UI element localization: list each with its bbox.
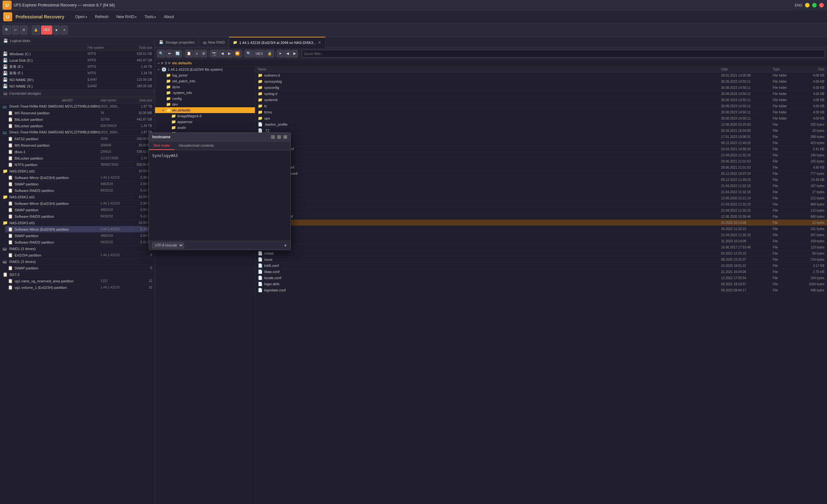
file-row[interactable]: 📁tc30.08.2023 14:50:11File folder4.00 KB <box>255 103 827 109</box>
ft-list[interactable]: ≡ <box>194 50 200 57</box>
file-row[interactable]: 📄crontab21.04.2022 11:32:15File146 bytes <box>255 152 827 158</box>
close-tool-button[interactable]: ✕ <box>61 26 68 35</box>
list-item[interactable]: 📋 SWAP partition 0 <box>5 265 155 271</box>
file-row[interactable]: 📄fuse.conf12.08.2020 23:21:14File212 byt… <box>255 195 827 201</box>
ft-search[interactable]: 🔍 <box>157 50 165 57</box>
ft-arrow[interactable]: ➤ <box>277 50 284 57</box>
file-row[interactable]: 📄ftpusers21.04.2022 11:32:15File27 bytes <box>255 189 827 195</box>
stop-button[interactable]: ■ <box>53 26 60 35</box>
list-item[interactable]: 💾 Windows (C:) NTFS 539.51 GB <box>0 51 155 57</box>
file-row[interactable]: 📄ca-certificates.conf24.03.2021 14:58:32… <box>255 146 827 152</box>
list-item[interactable]: 📋 BitLocker partition 928794624 1.44 TB <box>5 123 155 129</box>
list-item[interactable]: 🖴 RAID1 (3 drives) <box>0 246 155 252</box>
menu-open[interactable]: Open <box>72 13 91 20</box>
ft-find[interactable]: 🔍 <box>245 50 253 57</box>
ftree-item[interactable]: 📁 avahi <box>155 125 255 131</box>
list-item[interactable]: 📋 SWAP partition 4982528 2.00 GB <box>5 181 155 187</box>
list-item[interactable]: 🖴 Drive0: Fixed NVMe RAID SAMSUNG MZVLZ2… <box>0 103 155 110</box>
lock-button[interactable]: 🔒 <box>32 26 40 35</box>
list-item[interactable]: 📁 NAS-DISK1.e01 10.00 GB <box>0 168 155 174</box>
list-item[interactable]: 📋 SWAP partition 4982528 2.00 GB <box>5 207 155 213</box>
file-row[interactable]: 📄gssapi_mech.conf12.06.2020 15:39:46File… <box>255 213 827 220</box>
list-item[interactable]: 💾 NO NAME (W:) ExFAT 115.00 GB <box>0 77 155 83</box>
list-item[interactable]: 💾 新卷 (E:) NTFS 1.44 TB <box>0 64 155 70</box>
ft-right[interactable]: ▶ <box>291 50 298 57</box>
list-item[interactable]: 📋 MS Reserved partition 34 16.00 MB <box>5 110 155 116</box>
file-row[interactable]: 📁sysconfig30.08.2023 14:50:11File folder… <box>255 85 827 91</box>
list-item[interactable]: 📋 BitLocker partition 1131673600 1.34 TB <box>5 155 155 161</box>
ftree-item[interactable]: 📁 old_patch_info <box>155 78 255 84</box>
list-item[interactable]: 🖴 RAID1 (3 drives) <box>0 258 155 265</box>
file-row[interactable]: 📄libao.conf21.2021 16:04:00File2.76 KB <box>255 269 827 275</box>
list-item[interactable]: 📋 dbus-1 239616 539.51 GB <box>5 149 155 155</box>
ftree-item[interactable]: 📁 ImageMagick-6 <box>155 113 255 119</box>
file-row[interactable]: 📁tcmu30.08.2023 14:50:11File folder4.00 … <box>255 109 827 115</box>
file-row[interactable]: 📄info-beamer16.06.2017 17:53:48File123 b… <box>255 244 827 250</box>
file-row[interactable]: 📄.bashrc_profile12.08.2020 23:25:50File3… <box>255 121 827 128</box>
search-button[interactable]: 🔍 <box>3 26 11 35</box>
file-row[interactable]: 📄afp.conf08.12.2022 11:49:15File423 byte… <box>255 140 827 146</box>
file-row[interactable]: 📄ddns.conf29.06.2021 21:01:53File105 byt… <box>255 158 827 164</box>
file-row-hostname[interactable]: 📄hostname31.2023 10:14:00File12 bytes <box>255 220 827 226</box>
modal-maximize[interactable]: □ <box>277 135 281 139</box>
file-row[interactable]: 📄extmap.conf09.12.2022 11:49:15File24.45… <box>255 177 827 183</box>
file-row[interactable]: 📄ddns_provider.conf29.06.2021 21:01:53Fi… <box>255 164 827 170</box>
file-row[interactable]: 📁synosyslog30.08.2023 14:50:11File folde… <box>255 79 827 85</box>
ft-lock[interactable]: 🔒 <box>265 50 274 57</box>
menu-refresh[interactable]: Refresh <box>92 13 112 20</box>
close-button[interactable] <box>819 3 824 7</box>
menu-tools[interactable]: Tools <box>141 13 159 20</box>
ftree-item[interactable]: 📁 dev <box>155 101 255 107</box>
file-row[interactable]: 📄logrotate.conf09.2023 09:44:17File498 b… <box>255 287 827 293</box>
file-row[interactable]: 📄login.defs08.2021 18:19:57File1004 byte… <box>255 281 827 287</box>
list-item[interactable]: 📋 Software Mirror (Ext2/3/4) partition 1… <box>5 226 155 233</box>
menu-new-raid[interactable]: New RAID <box>113 13 140 20</box>
list-item[interactable]: 📋 SWAP partition 4982528 2.00 GB <box>5 233 155 239</box>
list-item[interactable]: 📋 Software RAIDS partition 9439232 5.41 … <box>5 187 155 194</box>
ft-hex[interactable]: HEX <box>254 50 265 57</box>
file-row[interactable]: 📄inittab04.2022 12:25:15File56 bytes <box>255 250 827 256</box>
list-item[interactable]: 📋 Software RAIDS partition 9439232 5.41 … <box>5 213 155 220</box>
list-item[interactable]: 💾 Local Disk (D:) NTFS 442.87 GB <box>0 57 155 64</box>
ftree-item[interactable]: 📁 apparmor <box>155 119 255 125</box>
ftree-item[interactable]: 📁 dyno <box>155 84 255 90</box>
ftree-item[interactable]: ▼ 💽 1.44.1-42218 (Ext2/3/4 file system) <box>155 66 255 72</box>
list-item[interactable]: 📋 Ext2/3/4 partition 1.44.1-42218 0 <box>5 252 155 258</box>
tab-close-icon[interactable]: ✕ <box>318 40 321 45</box>
file-row[interactable]: 📁systemd30.08.2023 14:50:11File folder4.… <box>255 97 827 103</box>
file-row[interactable]: 📄fstab21.04.2022 11:32:15File167 bytes <box>255 183 827 189</box>
list-item[interactable]: 📋 vg1-volume_1 (Ext2/3/4) partition 1.44… <box>5 284 155 291</box>
ft-grid[interactable]: ⊞ <box>200 50 207 57</box>
ft-photo[interactable]: 📷 <box>210 50 218 57</box>
file-row[interactable]: 📁syslog.d30.08.2023 14:50:11File folder4… <box>255 91 827 97</box>
minimize-button[interactable] <box>805 3 810 7</box>
ftree-item[interactable]: 📁 log_junior <box>155 72 255 78</box>
list-item[interactable]: 📋 MS Reserved partition 206848 16.00 MB <box>5 142 155 149</box>
modal-close[interactable]: ✕ <box>283 135 287 139</box>
ftree-item-etc-defaults[interactable]: ▼ 📁 etc.defaults <box>155 107 255 113</box>
list-item[interactable]: 📋 SG7:3 <box>0 271 155 278</box>
search-input[interactable] <box>302 50 825 57</box>
file-row[interactable]: 📄krb5.conf19.2020 18:01:22File3.17 KB <box>255 263 827 269</box>
ft-fast-fwd[interactable]: ⏩ <box>233 50 242 57</box>
file-row[interactable]: 📄VERSION17.01.2023 10:00:31File288 bytes <box>255 134 827 140</box>
file-row[interactable]: 📄.TZ26.03.2021 16:04:00File32 bytes <box>255 128 827 134</box>
ft-nav-back[interactable]: ⬅ <box>166 50 173 57</box>
tab-new-raid[interactable]: 🖴 New RAID <box>199 37 229 48</box>
file-row[interactable]: 📁sudoers.d29.01.2021 14:05:08File folder… <box>255 72 827 79</box>
ft-prev[interactable]: ◀ <box>219 50 226 57</box>
file-row[interactable]: 📄group21.04.2022 11:32:15File469 bytes <box>255 201 827 207</box>
list-item[interactable]: 📋 BitLocker partition 32768 442.87 GB <box>5 116 155 123</box>
encoding-arrow[interactable]: ▼ <box>284 244 287 248</box>
addr-part-root[interactable]: $ <box>165 61 167 65</box>
hostname-tab-hex[interactable]: Hexadecimal contents <box>175 142 218 150</box>
back-button[interactable]: ↩ <box>12 26 19 35</box>
file-row[interactable]: 📄hosts34.2022 11:32:15File161 bytes <box>255 226 827 232</box>
tab-storage-properties[interactable]: 💾 Storage properties <box>155 37 199 48</box>
list-item[interactable]: 💾 NO NAME (X:) ExFAT 180.00 GB <box>0 83 155 90</box>
settings-button[interactable]: ⚙ <box>20 26 28 35</box>
list-item[interactable]: 🖴 Drive1: Fixed NVMe RAID SAMSUNG MZVLZ2… <box>0 129 155 136</box>
hex-button[interactable]: HEX <box>41 26 52 35</box>
ft-copy[interactable]: 📋 <box>185 50 193 57</box>
file-row[interactable]: 📄disk_adv_status.conf26.12.2022 18:07:24… <box>255 170 827 177</box>
